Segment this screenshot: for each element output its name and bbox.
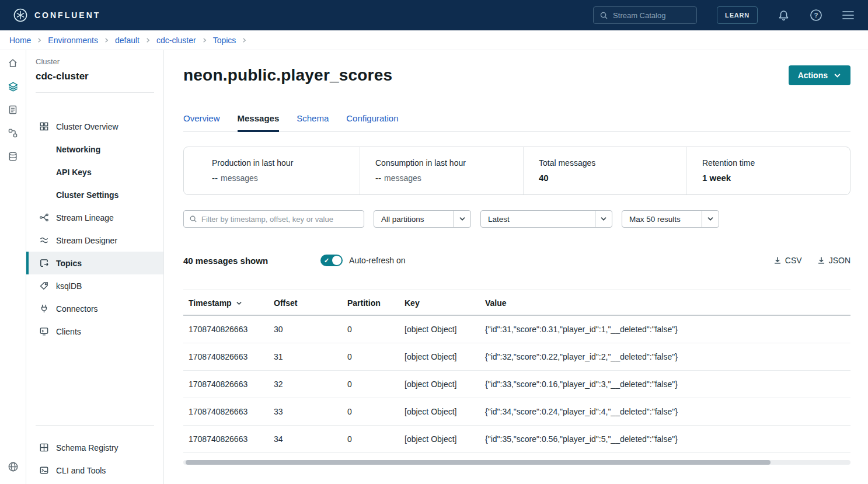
stat-value: -- (212, 173, 218, 183)
toggle-knob (332, 256, 341, 265)
messages-shown-count: 40 messages shown (183, 256, 268, 266)
tab-configuration[interactable]: Configuration (346, 113, 398, 132)
topic-detail-main: neon.public.player_scores Actions Overvi… (164, 50, 868, 484)
cell-offset: 34 (269, 426, 342, 453)
table-row[interactable]: 1708740826663 34 0 [object Object] {"id"… (183, 426, 850, 453)
download-json-label: JSON (829, 256, 850, 265)
auto-refresh-label: Auto-refresh on (349, 256, 406, 265)
cell-offset: 33 (269, 398, 342, 426)
cell-offset: 30 (269, 315, 342, 343)
messages-table: Timestamp Offset Partition Key Value 170… (183, 290, 850, 453)
sidebar-item-schema-registry[interactable]: Schema Registry (26, 436, 163, 459)
hamburger-menu-icon[interactable] (842, 11, 854, 20)
chevron-right-icon (104, 37, 109, 43)
tab-messages[interactable]: Messages (238, 113, 280, 132)
download-csv-link[interactable]: CSV (773, 256, 802, 265)
learn-button[interactable]: LEARN (717, 6, 758, 24)
sidebar-item-connectors[interactable]: Connectors (26, 297, 163, 320)
stat-value: 1 week (702, 173, 731, 183)
column-header-offset: Offset (269, 290, 342, 316)
sidebar-item-cluster-overview[interactable]: Cluster Overview (26, 115, 163, 138)
sidebar-item-stream-lineage[interactable]: Stream Lineage (26, 206, 163, 229)
actions-button-label: Actions (798, 71, 828, 80)
message-filter-search[interactable] (183, 210, 364, 228)
top-bar: CONFLUENT LEARN ? (0, 0, 868, 30)
order-dropdown[interactable]: Latest (480, 210, 612, 228)
sidebar-item-topics[interactable]: Topics (26, 252, 163, 274)
chevron-down-icon[interactable] (595, 211, 612, 227)
cell-partition: 0 (342, 426, 399, 453)
chevron-right-icon (145, 37, 151, 43)
cluster-label: Cluster (26, 57, 163, 66)
column-header-timestamp[interactable]: Timestamp (183, 290, 269, 316)
stat-suffix: messages (221, 173, 258, 183)
help-icon[interactable]: ? (810, 9, 822, 22)
cell-partition: 0 (342, 343, 399, 371)
sort-chevron-icon (236, 300, 242, 307)
stream-catalog-search[interactable] (593, 6, 697, 24)
breadcrumb-cdc-cluster[interactable]: cdc-cluster (156, 36, 196, 45)
breadcrumb-home[interactable]: Home (9, 36, 31, 45)
max-results-dropdown-value: Max 50 results (622, 211, 702, 227)
chevron-down-icon[interactable] (454, 211, 470, 227)
max-results-dropdown[interactable]: Max 50 results (622, 210, 719, 228)
cell-value: {"id":32,"score":0.22,"player_id":2,"__d… (480, 343, 850, 371)
cell-key: [object Object] (399, 398, 480, 426)
table-row[interactable]: 1708740826663 33 0 [object Object] {"id"… (183, 398, 850, 426)
cell-timestamp: 1708740826663 (183, 315, 269, 343)
cell-value: {"id":35,"score":0.56,"player_id":5,"__d… (480, 426, 850, 453)
cell-partition: 0 (342, 315, 399, 343)
actions-button[interactable]: Actions (789, 65, 850, 85)
chevron-right-icon (242, 37, 247, 43)
sidebar-item-label: Clients (56, 327, 81, 336)
search-icon (189, 215, 197, 223)
sidebar-item-cli-and-tools[interactable]: CLI and Tools (26, 459, 163, 482)
sidebar-item-stream-designer[interactable]: Stream Designer (26, 229, 163, 252)
horizontal-scrollbar-thumb[interactable] (186, 460, 771, 465)
cell-key: [object Object] (399, 343, 480, 371)
table-row[interactable]: 1708740826663 30 0 [object Object] {"id"… (183, 315, 850, 343)
partitions-dropdown[interactable]: All partitions (374, 210, 471, 228)
download-json-link[interactable]: JSON (817, 256, 850, 265)
download-icon (773, 256, 782, 264)
sidebar-item-networking[interactable]: Networking (26, 138, 163, 161)
client-terminal-icon (39, 326, 49, 337)
message-filters: All partitions Latest Max 50 results (183, 210, 850, 228)
horizontal-scrollbar-track[interactable] (183, 460, 850, 465)
breadcrumb-environments[interactable]: Environments (48, 36, 98, 45)
document-icon[interactable] (0, 98, 26, 121)
table-row[interactable]: 1708740826663 32 0 [object Object] {"id"… (183, 371, 850, 398)
sidebar-item-ksqldb[interactable]: ksqlDB (26, 274, 163, 297)
stat-production: Production in last hour --messages (184, 147, 360, 194)
sidebar-item-label: Stream Designer (56, 236, 117, 245)
home-icon[interactable] (0, 51, 26, 75)
breadcrumb-default[interactable]: default (115, 36, 140, 45)
confluent-logo-icon (13, 8, 28, 23)
tab-schema[interactable]: Schema (297, 113, 329, 132)
confluent-brand[interactable]: CONFLUENT (13, 8, 100, 23)
breadcrumb-topics[interactable]: Topics (213, 36, 236, 45)
topics-icon (39, 258, 49, 269)
environments-layers-icon[interactable] (0, 75, 26, 98)
svg-text:?: ? (814, 12, 818, 19)
globe-icon[interactable] (0, 455, 26, 478)
divider (36, 425, 154, 426)
sidebar-item-api-keys[interactable]: API Keys (26, 161, 163, 183)
sidebar-item-clients[interactable]: Clients (26, 320, 163, 343)
sidebar-item-cluster-settings[interactable]: Cluster Settings (26, 183, 163, 206)
cell-timestamp: 1708740826663 (183, 371, 269, 398)
auto-refresh-toggle[interactable]: ✓ (320, 255, 343, 266)
message-filter-input[interactable] (201, 215, 358, 224)
cell-key: [object Object] (399, 315, 480, 343)
sidebar-item-label: Connectors (56, 304, 98, 314)
tab-overview[interactable]: Overview (183, 113, 220, 132)
table-row[interactable]: 1708740826663 31 0 [object Object] {"id"… (183, 343, 850, 371)
notifications-bell-icon[interactable] (778, 9, 790, 22)
flow-icon[interactable] (0, 121, 26, 145)
stream-catalog-input[interactable] (613, 11, 691, 20)
lineage-icon (39, 213, 49, 223)
chevron-down-icon (834, 72, 841, 79)
chevron-down-icon[interactable] (702, 211, 719, 227)
database-icon[interactable] (0, 145, 26, 168)
cell-timestamp: 1708740826663 (183, 398, 269, 426)
